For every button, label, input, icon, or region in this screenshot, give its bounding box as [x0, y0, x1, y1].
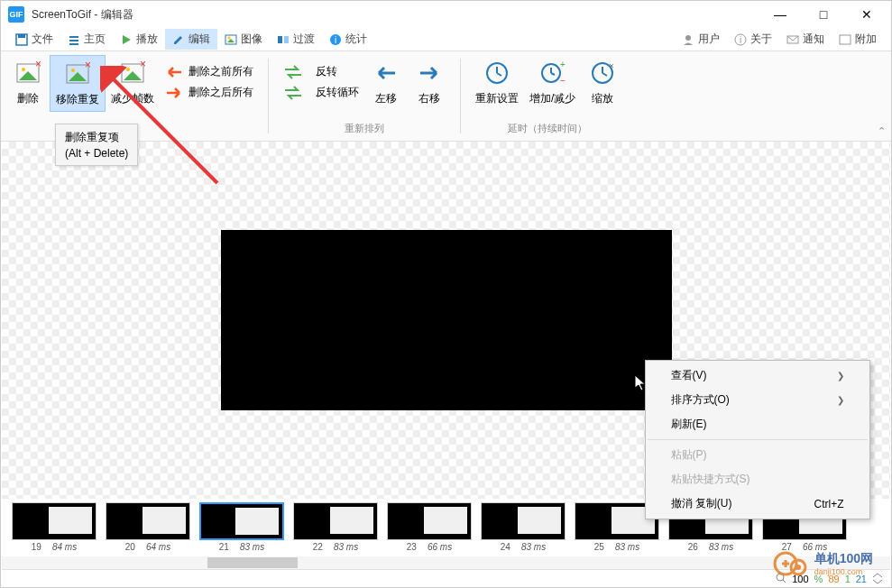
clock-plusminus-icon: +−: [538, 59, 567, 87]
svg-point-7: [228, 36, 231, 39]
close-button[interactable]: ✕: [853, 4, 880, 25]
menu-attach[interactable]: 附加: [832, 29, 884, 50]
thumb-number: 21: [219, 542, 229, 552]
svg-rect-1: [18, 34, 25, 38]
thumb-image: [12, 502, 97, 540]
svg-point-23: [71, 69, 75, 72]
remove-duplicate-button[interactable]: × 移除重复: [50, 55, 106, 112]
thumb-duration: 64 ms: [146, 542, 170, 552]
arrow-right-icon: [165, 87, 183, 99]
thumb-frame[interactable]: 2183 ms: [197, 502, 287, 553]
thumb-number: 22: [313, 542, 323, 552]
svg-line-38: [783, 580, 786, 583]
svg-text:i: i: [335, 35, 336, 45]
tooltip: 删除重复项 (Alt + Delete): [55, 124, 138, 166]
titlebar: GIF ScreenToGif - 编辑器 — □ ✕: [1, 1, 891, 28]
group-label-delay: 延时（持续时间）: [470, 120, 624, 137]
thumb-frame[interactable]: 2064 ms: [103, 502, 193, 553]
menu-play[interactable]: 播放: [113, 29, 165, 50]
svg-text:×: ×: [85, 61, 90, 71]
menu-stats[interactable]: i统计: [322, 29, 374, 50]
ctx-view[interactable]: 查看(V)❯: [646, 363, 869, 388]
frame-preview[interactable]: 查看(V)❯ 排序方式(O)❯ 刷新(E) 粘贴(P) 粘贴快捷方式(S) 撤消…: [221, 230, 672, 410]
arrow-left-icon: [165, 66, 183, 78]
menu-about[interactable]: i关于: [727, 29, 779, 50]
info-icon: i: [734, 33, 747, 46]
thumb-frame[interactable]: 2483 ms: [478, 502, 568, 553]
timeline-scrollbar[interactable]: [2, 556, 890, 569]
thumb-duration: 83 ms: [334, 542, 358, 552]
clock-icon: [483, 59, 511, 87]
maximize-button[interactable]: □: [810, 4, 837, 25]
svg-text:×: ×: [35, 60, 41, 70]
expand-icon[interactable]: [872, 573, 883, 585]
thumb-frame[interactable]: 2366 ms: [384, 502, 474, 553]
menu-notify[interactable]: 通知: [779, 29, 832, 50]
thumb-duration: 83 ms: [615, 542, 639, 552]
edit-icon: [172, 33, 185, 46]
image-x-icon: ×: [63, 60, 92, 88]
image-x-icon: ×: [118, 59, 147, 87]
delete-button[interactable]: × 删除: [6, 55, 50, 110]
svg-marker-5: [123, 35, 131, 44]
home-icon: [68, 33, 80, 46]
minimize-button[interactable]: —: [767, 4, 794, 25]
ctx-sort[interactable]: 排序方式(O)❯: [646, 388, 869, 412]
chevron-right-icon: ❯: [837, 371, 844, 381]
loop-icon: [283, 86, 303, 100]
svg-marker-24: [69, 72, 87, 81]
thumb-number: 24: [501, 542, 510, 552]
watermark: 单机100网 danji100.com: [773, 551, 873, 576]
svg-point-19: [22, 68, 25, 71]
svg-rect-10: [284, 36, 289, 43]
thumb-number: 25: [594, 542, 604, 552]
watermark-text: 单机100网: [814, 551, 873, 567]
menu-file[interactable]: 文件: [8, 29, 60, 50]
svg-text:i: i: [740, 35, 741, 45]
statusbar: 100 % 89 1 21: [2, 569, 890, 587]
tooltip-title: 删除重复项: [65, 130, 128, 145]
thumb-duration: 83 ms: [709, 542, 733, 552]
reverse-loop-button[interactable]: 反转循环: [278, 83, 364, 102]
svg-point-13: [685, 35, 691, 41]
ctx-undo-copy[interactable]: 撤消 复制(U)Ctrl+Z: [646, 492, 869, 516]
move-left-button[interactable]: 左移: [364, 55, 408, 110]
ribbon-collapse-button[interactable]: ⌃: [878, 125, 886, 137]
svg-rect-4: [69, 43, 78, 45]
svg-rect-17: [840, 35, 851, 44]
thumb-frame[interactable]: 2283 ms: [290, 502, 381, 553]
user-icon: [682, 33, 694, 46]
context-menu: 查看(V)❯ 排序方式(O)❯ 刷新(E) 粘贴(P) 粘贴快捷方式(S) 撤消…: [645, 360, 870, 519]
reverse-button[interactable]: 反转: [278, 62, 364, 81]
delete-after-button[interactable]: 删除之后所有: [160, 83, 259, 102]
arrow-left-icon: [372, 59, 400, 87]
menu-home[interactable]: 主页: [60, 29, 113, 50]
menu-edit[interactable]: 编辑: [165, 29, 217, 50]
increase-decrease-button[interactable]: +− 增加/减少: [524, 55, 581, 110]
reduce-frames-button[interactable]: × 减少帧数: [106, 55, 160, 110]
save-icon: [15, 33, 28, 46]
thumb-image: [293, 502, 378, 540]
reset-button[interactable]: 重新设置: [470, 55, 524, 110]
menubar: 文件 主页 播放 编辑 图像 过渡 i统计 用户 i关于 通知 附加: [1, 28, 891, 51]
delete-before-button[interactable]: 删除之前所有: [160, 62, 259, 81]
menu-user[interactable]: 用户: [675, 29, 727, 50]
ctx-refresh[interactable]: 刷新(E): [646, 412, 869, 436]
watermark-sub: danji100.com: [814, 567, 873, 576]
thumb-number: 23: [407, 542, 417, 552]
transition-icon: [277, 33, 290, 46]
thumb-number: 19: [32, 542, 41, 552]
scrollbar-thumb[interactable]: [207, 557, 298, 568]
svg-point-27: [126, 68, 130, 71]
thumb-duration: 83 ms: [521, 542, 546, 552]
svg-marker-20: [19, 71, 37, 80]
menu-image[interactable]: 图像: [217, 29, 270, 50]
move-right-button[interactable]: 右移: [408, 55, 451, 110]
arrow-right-icon: [415, 59, 444, 87]
scale-button[interactable]: 缩放: [581, 55, 624, 110]
mail-icon: [786, 33, 799, 46]
thumb-image: [106, 502, 190, 540]
menu-transition[interactable]: 过渡: [270, 29, 322, 50]
thumb-frame[interactable]: 1984 ms: [9, 502, 99, 553]
thumb-image: [387, 502, 472, 540]
